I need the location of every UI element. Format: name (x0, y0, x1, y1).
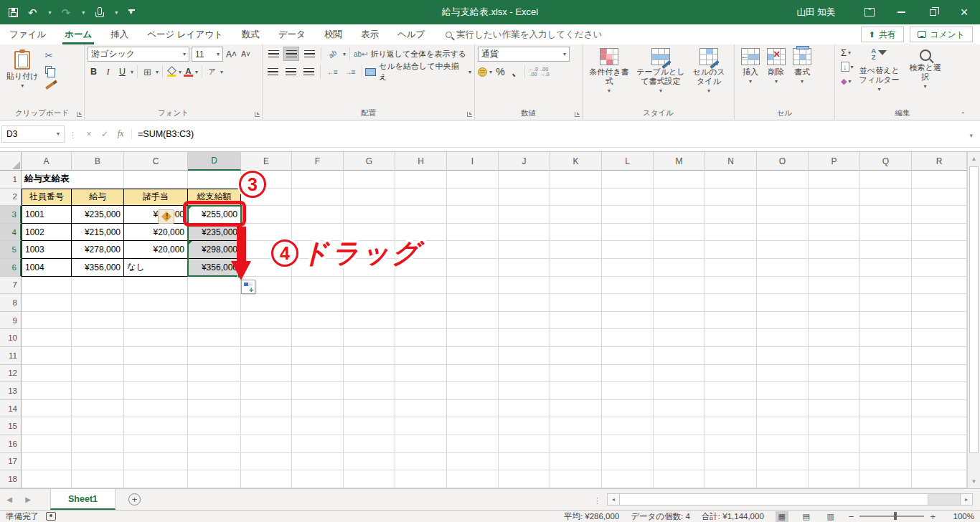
cell-C4[interactable]: ¥20,000 (124, 224, 188, 242)
row-header-13[interactable]: 13 (0, 382, 22, 400)
cell-C5[interactable]: ¥20,000 (124, 241, 188, 259)
cell-E11[interactable] (241, 347, 292, 365)
cell-D1[interactable] (188, 171, 241, 189)
formula-bar-drag-handle[interactable] (65, 128, 81, 141)
cell-P9[interactable] (809, 312, 860, 330)
align-left-button[interactable] (265, 65, 281, 79)
row-header-9[interactable]: 9 (0, 312, 22, 330)
tabbar-splitter[interactable] (593, 493, 601, 506)
cell-C17[interactable] (124, 453, 188, 471)
row-header-11[interactable]: 11 (0, 347, 22, 365)
cell-F14[interactable] (292, 400, 344, 418)
cell-J10[interactable] (499, 329, 550, 347)
cell-N16[interactable] (705, 435, 757, 453)
cell-O15[interactable] (757, 417, 809, 435)
row-header-4[interactable]: 4 (0, 224, 22, 242)
formula-input[interactable]: =SUM(B3:C3) (131, 129, 963, 139)
column-header-D[interactable]: D (188, 152, 241, 171)
column-header-Q[interactable]: Q (860, 152, 912, 171)
cell-C11[interactable] (124, 347, 188, 365)
format-painter-button[interactable] (45, 78, 56, 90)
cell-J2[interactable] (499, 189, 550, 207)
cell-K13[interactable] (550, 382, 602, 400)
column-header-C[interactable]: C (124, 152, 188, 171)
cell-Q2[interactable] (860, 189, 912, 207)
cell-O3[interactable] (757, 206, 809, 224)
cell-B17[interactable] (72, 453, 124, 471)
cell-G14[interactable] (344, 400, 395, 418)
cell-A11[interactable] (22, 347, 72, 365)
cell-I17[interactable] (447, 453, 499, 471)
cell-R9[interactable] (912, 312, 967, 330)
cell-M4[interactable] (654, 224, 705, 242)
alignment-dialog-launcher-icon[interactable] (467, 112, 472, 117)
cell-D3[interactable]: ¥255,000 (188, 206, 241, 224)
cell-K1[interactable] (550, 171, 602, 189)
touch-mode-dropdown-icon[interactable]: ▾ (115, 9, 118, 16)
cell-K4[interactable] (550, 224, 602, 242)
cell-O12[interactable] (757, 365, 809, 383)
cell-B18[interactable] (72, 470, 124, 488)
ribbon-display-options-button[interactable] (854, 0, 885, 24)
cell-N15[interactable] (705, 417, 757, 435)
restore-button[interactable] (917, 0, 948, 24)
tell-me-search[interactable]: 実行したい作業を入力してください (446, 29, 602, 41)
font-size-combo[interactable]: 11▾ (192, 47, 223, 62)
cell-H10[interactable] (395, 329, 447, 347)
cell-J9[interactable] (499, 312, 550, 330)
spreadsheet-grid[interactable]: ABCDEFGHIJKLMNOPQR1給与支給表2社員番号給与諸手当総支給額31… (0, 152, 980, 488)
select-all-corner[interactable] (0, 152, 22, 171)
cell-B3[interactable]: ¥235,000 (72, 206, 124, 224)
cancel-icon[interactable] (81, 129, 97, 139)
cell-L18[interactable] (602, 470, 654, 488)
cell-H1[interactable] (395, 171, 447, 189)
cell-B8[interactable] (72, 294, 124, 312)
cell-R11[interactable] (912, 347, 967, 365)
cell-R4[interactable] (912, 224, 967, 242)
tab-home[interactable]: ホーム (55, 24, 101, 44)
cell-J13[interactable] (499, 382, 550, 400)
cell-P5[interactable] (809, 241, 860, 259)
expand-formula-bar-icon[interactable] (963, 128, 979, 141)
zoom-slider-thumb[interactable] (894, 512, 897, 520)
clear-button[interactable]: ▾ (841, 75, 854, 87)
cell-N2[interactable] (705, 189, 757, 207)
cell-R18[interactable] (912, 470, 967, 488)
row-header-6[interactable]: 6 (0, 259, 22, 277)
cut-button[interactable] (45, 49, 56, 61)
enter-icon[interactable] (97, 129, 113, 139)
autosum-button[interactable]: ▾ (841, 47, 854, 58)
cell-R16[interactable] (912, 435, 967, 453)
row-header-12[interactable]: 12 (0, 365, 22, 383)
cell-N4[interactable] (705, 224, 757, 242)
cell-C13[interactable] (124, 382, 188, 400)
cell-A3[interactable]: 1001 (22, 206, 72, 224)
sheet-tab-sheet1[interactable]: Sheet1 (50, 489, 116, 510)
format-cells-button[interactable]: 書式 ▾ (789, 47, 815, 87)
row-header-5[interactable]: 5 (0, 241, 22, 259)
tab-view[interactable]: 表示 (352, 24, 388, 44)
row-header-2[interactable]: 2 (0, 189, 22, 207)
cell-Q3[interactable] (860, 206, 912, 224)
cell-L9[interactable] (602, 312, 654, 330)
tab-formulas[interactable]: 数式 (232, 24, 269, 44)
cell-G10[interactable] (344, 329, 395, 347)
name-box[interactable]: D3▾ (1, 125, 65, 143)
cell-Q4[interactable] (860, 224, 912, 242)
cell-M18[interactable] (654, 470, 705, 488)
cell-G18[interactable] (344, 470, 395, 488)
cell-M9[interactable] (654, 312, 705, 330)
cell-M5[interactable] (654, 241, 705, 259)
align-middle-button[interactable] (283, 47, 299, 61)
italic-button[interactable] (102, 65, 114, 78)
column-header-P[interactable]: P (809, 152, 860, 171)
cell-I13[interactable] (447, 382, 499, 400)
tab-file[interactable]: ファイル (0, 24, 55, 44)
cell-H15[interactable] (395, 417, 447, 435)
cell-L8[interactable] (602, 294, 654, 312)
cell-P13[interactable] (809, 382, 860, 400)
cell-M6[interactable] (654, 259, 705, 277)
cell-L13[interactable] (602, 382, 654, 400)
tab-data[interactable]: データ (269, 24, 315, 44)
cell-I3[interactable] (447, 206, 499, 224)
